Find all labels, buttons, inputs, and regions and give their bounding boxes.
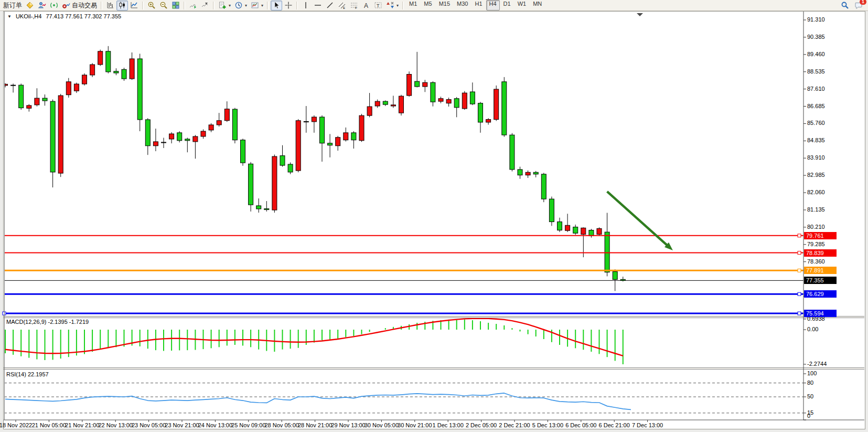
shapes-icon bbox=[386, 1, 394, 9]
timeframe-m30[interactable]: M30 bbox=[454, 0, 471, 10]
crosshair-button[interactable] bbox=[283, 1, 294, 10]
autotrading-button[interactable]: 自动交易 bbox=[60, 1, 99, 10]
line-chart-icon bbox=[130, 1, 138, 9]
zoom-in-button[interactable] bbox=[146, 1, 157, 10]
candlestick-chart-button[interactable] bbox=[116, 1, 128, 10]
price-tick-label: 82.985 bbox=[807, 172, 825, 178]
timeframe-m15[interactable]: M15 bbox=[436, 0, 453, 10]
line-chart-button[interactable] bbox=[128, 1, 140, 10]
timeframe-d1[interactable]: D1 bbox=[500, 0, 514, 10]
hline-handle[interactable] bbox=[798, 292, 801, 296]
equidistant-channel-button[interactable]: E bbox=[336, 1, 348, 10]
timeframe-h4[interactable]: H4 bbox=[486, 0, 500, 10]
templates-button[interactable]: ▾ bbox=[249, 1, 265, 10]
auto-scroll-icon bbox=[189, 1, 197, 9]
timeframe-mn[interactable]: MN bbox=[530, 0, 545, 10]
svg-text:T: T bbox=[377, 3, 380, 8]
chevron-down-icon[interactable]: ▾ bbox=[261, 3, 263, 8]
price-line-label: 77.891 bbox=[804, 267, 837, 274]
periods-icon bbox=[234, 1, 243, 9]
price-tick-label: 89.460 bbox=[807, 51, 825, 57]
chart-ohlc-values: 77.413 77.561 77.302 77.355 bbox=[46, 13, 121, 19]
symbols-icon bbox=[26, 1, 34, 9]
market-watch-button[interactable] bbox=[36, 1, 48, 10]
toolbar-separator bbox=[142, 2, 144, 9]
hline-handle[interactable] bbox=[798, 251, 801, 255]
fibonacci-button[interactable]: F bbox=[348, 1, 360, 10]
price-tick-label: 85.760 bbox=[807, 120, 825, 126]
horizontal-line-button[interactable] bbox=[312, 1, 324, 10]
notification-badge: 1 bbox=[860, 0, 866, 5]
button-label: D1 bbox=[503, 1, 511, 7]
trendline-button[interactable] bbox=[324, 1, 336, 10]
rsi-tick-label: 100 bbox=[807, 370, 817, 376]
zoom-in-icon bbox=[147, 1, 156, 9]
chart-shift-button[interactable] bbox=[199, 1, 211, 10]
price-tick-label: 83.910 bbox=[807, 154, 825, 161]
auto-scroll-button[interactable] bbox=[187, 1, 199, 10]
timeframe-h1[interactable]: H1 bbox=[471, 0, 485, 10]
hline-icon bbox=[314, 1, 322, 9]
toolbar: 新订单自动交易▾▾▾EFAT▾M1M5M15M30H1H4D1W1MN1 bbox=[0, 0, 868, 11]
button-label: M30 bbox=[457, 1, 468, 7]
chevron-down-icon[interactable]: ▾ bbox=[229, 3, 231, 8]
chart-canvas[interactable] bbox=[0, 0, 868, 432]
chart-collapse-icon[interactable]: ▼ bbox=[7, 14, 12, 19]
bar-chart-button[interactable] bbox=[104, 1, 116, 10]
tile-windows-button[interactable] bbox=[170, 1, 181, 10]
zoom-out-button[interactable] bbox=[158, 1, 169, 10]
fibonacci-icon: F bbox=[350, 1, 358, 9]
button-label: 新订单 bbox=[3, 1, 22, 10]
svg-text:E: E bbox=[343, 6, 345, 9]
tile-windows-icon bbox=[172, 1, 180, 9]
signals-button[interactable] bbox=[48, 1, 60, 10]
crosshair-icon bbox=[284, 1, 293, 9]
timeframe-m1[interactable]: M1 bbox=[406, 0, 420, 10]
new-order-button[interactable]: 新订单 bbox=[2, 1, 24, 10]
candlestick-icon bbox=[118, 1, 126, 9]
trendline-icon bbox=[326, 1, 334, 9]
toolbar-group-zoom bbox=[146, 1, 181, 10]
macd-indicator-label: MACD(12,26,9) -2.1395 -1.7219 bbox=[6, 319, 89, 325]
templates-icon bbox=[251, 1, 259, 9]
text-icon: A bbox=[362, 1, 370, 9]
horizontal-lines[interactable] bbox=[3, 234, 803, 315]
chart-shift-marker-icon[interactable] bbox=[637, 13, 643, 16]
symbols-button[interactable] bbox=[24, 1, 36, 10]
candlestick-series bbox=[3, 46, 626, 291]
trend-arrow[interactable] bbox=[607, 192, 673, 250]
hline-handle[interactable] bbox=[798, 269, 801, 272]
rsi-tick-label: 80 bbox=[807, 380, 813, 386]
periods-button[interactable]: ▾ bbox=[233, 1, 249, 10]
text-button[interactable]: A bbox=[360, 1, 372, 10]
cursor-button[interactable] bbox=[271, 1, 282, 10]
hline-handle[interactable] bbox=[798, 312, 801, 315]
toolbar-group-timeframes: M1M5M15M30H1H4D1W1MN bbox=[406, 0, 545, 10]
toolbar-separator bbox=[101, 2, 102, 9]
chevron-down-icon[interactable]: ▾ bbox=[397, 3, 399, 8]
toolbar-group-trade: 新订单自动交易 bbox=[2, 1, 99, 10]
arrows-button[interactable]: ▾ bbox=[384, 1, 400, 10]
toolbar-group-scroll bbox=[187, 1, 211, 10]
button-label: W1 bbox=[518, 1, 527, 7]
price-tick-label: 91.310 bbox=[807, 16, 825, 23]
vertical-line-button[interactable] bbox=[300, 1, 312, 10]
chevron-down-icon[interactable]: ▾ bbox=[245, 3, 247, 8]
price-tick-label: 79.285 bbox=[807, 241, 825, 247]
indicators-button[interactable]: ▾ bbox=[217, 1, 232, 10]
toolbar-separator bbox=[267, 2, 269, 9]
hline-handle[interactable] bbox=[798, 234, 801, 237]
market-watch-icon bbox=[38, 1, 46, 9]
price-tick-label: 78.360 bbox=[807, 258, 825, 265]
notifications-button[interactable]: 1 bbox=[853, 1, 864, 10]
search-button[interactable] bbox=[839, 1, 851, 10]
macd-tick-label: 0.00 bbox=[807, 326, 818, 332]
button-label: MN bbox=[533, 1, 542, 7]
toolbar-separator bbox=[296, 2, 298, 9]
chart-symbol-period: UKOil-,H4 bbox=[16, 13, 42, 19]
timeframe-m5[interactable]: M5 bbox=[421, 0, 435, 10]
button-label: M5 bbox=[424, 1, 432, 7]
text-label-button[interactable]: T bbox=[372, 1, 384, 10]
timeframe-w1[interactable]: W1 bbox=[515, 0, 530, 10]
button-label: M1 bbox=[409, 1, 417, 7]
